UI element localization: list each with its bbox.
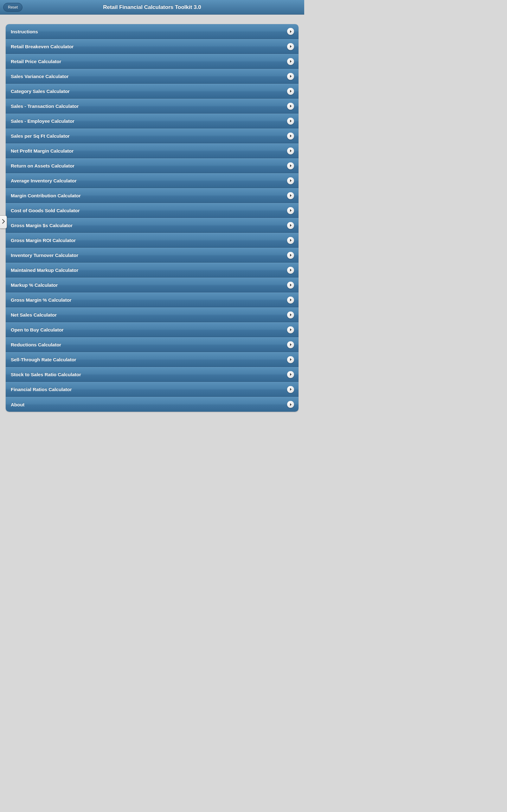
list-item-label: Net Profit Margin Calculator bbox=[11, 148, 73, 154]
list-item[interactable]: Gross Margin ROI Calculator bbox=[6, 233, 298, 248]
page-title: Retail Financial Calculators Toolkit 3.0 bbox=[0, 4, 304, 10]
list-item-label: Cost of Goods Sold Calculator bbox=[11, 208, 80, 213]
list-item[interactable]: Gross Margin % Calculator bbox=[6, 293, 298, 307]
chevron-right-icon bbox=[287, 356, 294, 363]
list-item-label: Financial Ratios Calculator bbox=[11, 387, 72, 392]
list-item-label: Inventory Turnover Calculator bbox=[11, 252, 78, 258]
list-item-label: Net Sales Calculator bbox=[11, 312, 57, 317]
list-item-label: Gross Margin ROI Calculator bbox=[11, 238, 76, 243]
list-item-label: About bbox=[11, 402, 24, 407]
reset-button[interactable]: Reset bbox=[3, 3, 22, 12]
chevron-right-icon bbox=[287, 28, 294, 35]
chevron-right-icon bbox=[287, 148, 294, 154]
list-item[interactable]: Stock to Sales Ratio Calculator bbox=[6, 367, 298, 382]
list-item-label: Retail Breakeven Calculator bbox=[11, 44, 73, 49]
list-item[interactable]: Sell-Through Rate Calculator bbox=[6, 352, 298, 367]
list-item[interactable]: Sales per Sq Ft Calculator bbox=[6, 129, 298, 143]
list-item-label: Reductions Calculator bbox=[11, 342, 61, 347]
list-item[interactable]: Cost of Goods Sold Calculator bbox=[6, 203, 298, 218]
list-item-label: Markup % Calculator bbox=[11, 282, 58, 288]
chevron-right-icon bbox=[287, 297, 294, 304]
list-item[interactable]: About bbox=[6, 397, 298, 412]
list-item[interactable]: Instructions bbox=[6, 24, 298, 39]
list-item[interactable]: Sales - Transaction Calculator bbox=[6, 99, 298, 113]
chevron-right-icon bbox=[287, 252, 294, 259]
content-area: InstructionsRetail Breakeven CalculatorR… bbox=[0, 14, 304, 417]
list-item-label: Sales per Sq Ft Calculator bbox=[11, 133, 70, 139]
list-item-label: Instructions bbox=[11, 29, 38, 34]
chevron-right-icon bbox=[287, 118, 294, 125]
chevron-right-icon bbox=[287, 133, 294, 140]
chevron-right-icon bbox=[287, 73, 294, 80]
list-item-label: Margin Contribution Calculator bbox=[11, 193, 81, 198]
list-item-label: Return on Assets Calculator bbox=[11, 163, 74, 168]
list-item-label: Open to Buy Calculator bbox=[11, 327, 64, 333]
list-item-label: Gross Margin % Calculator bbox=[11, 297, 72, 303]
list-item[interactable]: Markup % Calculator bbox=[6, 277, 298, 293]
list-item[interactable]: Gross Margin $s Calculator bbox=[6, 218, 298, 233]
chevron-right-icon bbox=[287, 88, 294, 95]
chevron-right-icon bbox=[287, 58, 294, 65]
chevron-right-icon bbox=[287, 43, 294, 50]
chevron-right-icon bbox=[287, 341, 294, 348]
list-item-label: Sales - Transaction Calculator bbox=[11, 103, 78, 109]
list-item-label: Sales - Employee Calculator bbox=[11, 118, 74, 124]
list-item[interactable]: Net Sales Calculator bbox=[6, 307, 298, 322]
chevron-right-icon bbox=[287, 103, 294, 110]
drawer-handle[interactable] bbox=[0, 215, 7, 229]
list-item-label: Maintained Markup Calculator bbox=[11, 267, 78, 273]
list-item[interactable]: Sales Variance Calculator bbox=[6, 69, 298, 84]
chevron-right-icon bbox=[287, 267, 294, 274]
list-item-label: Stock to Sales Ratio Calculator bbox=[11, 372, 81, 377]
chevron-right-icon bbox=[287, 282, 294, 289]
chevron-right-icon bbox=[287, 371, 294, 378]
list-item-label: Sales Variance Calculator bbox=[11, 73, 69, 79]
chevron-right-icon bbox=[287, 401, 294, 408]
list-item[interactable]: Reductions Calculator bbox=[6, 337, 298, 352]
list-item-label: Average Inventory Calculator bbox=[11, 178, 77, 183]
list-item[interactable]: Retail Price Calculator bbox=[6, 54, 298, 69]
list-item[interactable]: Net Profit Margin Calculator bbox=[6, 143, 298, 158]
chevron-right-icon bbox=[287, 222, 294, 229]
list-item[interactable]: Inventory Turnover Calculator bbox=[6, 248, 298, 263]
list-item[interactable]: Open to Buy Calculator bbox=[6, 322, 298, 337]
chevron-right-icon bbox=[287, 311, 294, 318]
list-item[interactable]: Return on Assets Calculator bbox=[6, 158, 298, 173]
list-item[interactable]: Average Inventory Calculator bbox=[6, 173, 298, 188]
list-item[interactable]: Maintained Markup Calculator bbox=[6, 263, 298, 277]
chevron-right-icon bbox=[287, 192, 294, 199]
chevron-right-icon bbox=[287, 207, 294, 214]
list-item[interactable]: Retail Breakeven Calculator bbox=[6, 39, 298, 54]
list-item-label: Gross Margin $s Calculator bbox=[11, 223, 72, 228]
list-item[interactable]: Sales - Employee Calculator bbox=[6, 113, 298, 129]
list-item-label: Sell-Through Rate Calculator bbox=[11, 357, 76, 362]
chevron-right-icon bbox=[287, 386, 294, 393]
list-item[interactable]: Margin Contribution Calculator bbox=[6, 188, 298, 203]
list-item[interactable]: Financial Ratios Calculator bbox=[6, 382, 298, 397]
chevron-right-icon bbox=[2, 219, 5, 225]
menu-list: InstructionsRetail Breakeven CalculatorR… bbox=[6, 24, 298, 412]
chevron-right-icon bbox=[287, 162, 294, 169]
list-item-label: Category Sales Calculator bbox=[11, 89, 70, 94]
header-bar: Reset Retail Financial Calculators Toolk… bbox=[0, 0, 304, 14]
chevron-right-icon bbox=[287, 326, 294, 334]
chevron-right-icon bbox=[287, 177, 294, 184]
list-item[interactable]: Category Sales Calculator bbox=[6, 84, 298, 99]
list-item-label: Retail Price Calculator bbox=[11, 59, 61, 64]
chevron-right-icon bbox=[287, 237, 294, 244]
